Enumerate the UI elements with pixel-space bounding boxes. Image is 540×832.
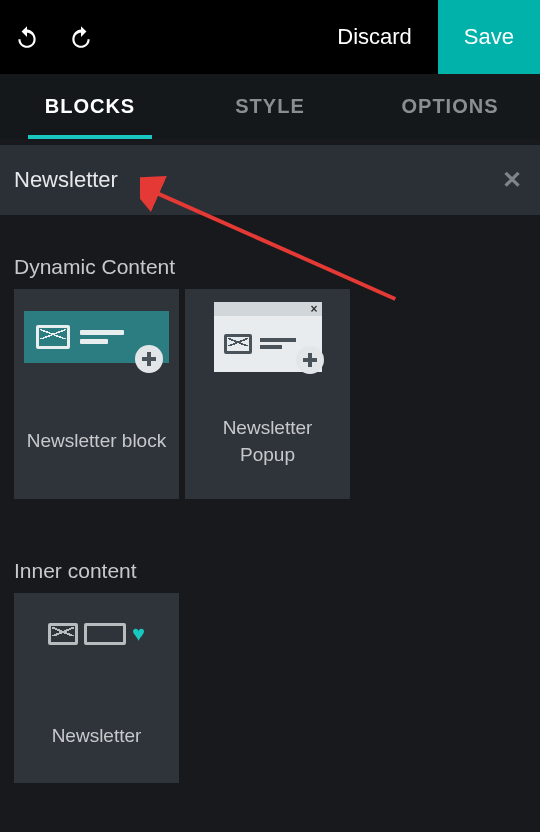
block-search-bar: ✕ — [0, 145, 540, 215]
block-search-input[interactable] — [14, 167, 420, 193]
redo-icon — [68, 24, 94, 50]
thumb-newsletter-block — [14, 289, 179, 384]
block-newsletter-popup[interactable]: × Newsletter Popup — [185, 289, 350, 499]
tab-blocks[interactable]: BLOCKS — [0, 74, 180, 139]
discard-button[interactable]: Discard — [311, 0, 438, 74]
block-label: Newsletter block — [19, 384, 174, 499]
topbar: Discard Save — [0, 0, 540, 74]
block-label: Newsletter — [44, 689, 150, 783]
block-newsletter[interactable]: ♥ Newsletter — [14, 593, 179, 783]
thumb-newsletter-popup: × — [185, 289, 350, 384]
mail-icon — [36, 325, 70, 349]
tab-style[interactable]: STYLE — [180, 74, 360, 139]
plus-icon — [135, 345, 163, 373]
block-label: Newsletter Popup — [185, 384, 350, 499]
save-button[interactable]: Save — [438, 0, 540, 74]
undo-icon — [14, 24, 40, 50]
inner-content-blocks: ♥ Newsletter — [0, 593, 540, 783]
block-newsletter-block[interactable]: Newsletter block — [14, 289, 179, 499]
mail-icon — [48, 623, 78, 645]
tab-options[interactable]: OPTIONS — [360, 74, 540, 139]
dynamic-content-blocks: Newsletter block × Newsletter Popup — [0, 289, 540, 499]
redo-button[interactable] — [54, 0, 108, 74]
field-icon — [84, 623, 126, 645]
undo-button[interactable] — [0, 0, 54, 74]
clear-search-button[interactable]: ✕ — [502, 166, 522, 194]
section-title-dynamic: Dynamic Content — [14, 255, 540, 279]
sidebar-tabs: BLOCKS STYLE OPTIONS — [0, 74, 540, 139]
section-title-inner: Inner content — [14, 559, 540, 583]
thumb-newsletter: ♥ — [48, 621, 145, 647]
close-icon: × — [310, 302, 317, 316]
heart-icon: ♥ — [132, 621, 145, 647]
mail-icon — [224, 334, 252, 354]
plus-icon — [296, 346, 324, 374]
